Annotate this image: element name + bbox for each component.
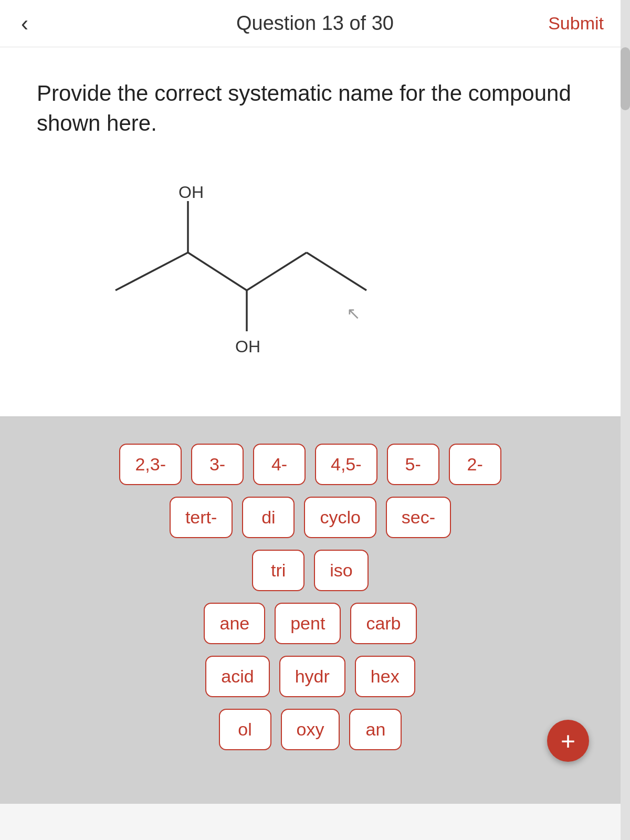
- tile-row-3: tri iso: [32, 550, 589, 591]
- question-progress: Question 13 of 30: [236, 12, 394, 35]
- svg-line-5: [307, 253, 366, 290]
- tile-an[interactable]: an: [349, 709, 402, 750]
- submit-button[interactable]: Submit: [548, 13, 604, 34]
- chemical-structure-area: OH OH ↖: [37, 164, 584, 395]
- plus-button[interactable]: +: [547, 720, 589, 762]
- svg-text:OH: OH: [235, 337, 260, 356]
- tile-ol[interactable]: ol: [219, 709, 271, 750]
- tile-row-6: ol oxy an: [32, 709, 589, 750]
- tile-cyclo[interactable]: cyclo: [304, 497, 376, 538]
- tile-hex[interactable]: hex: [355, 656, 415, 697]
- tile-acid[interactable]: acid: [205, 656, 269, 697]
- svg-text:↖: ↖: [346, 304, 361, 323]
- scrollbar[interactable]: [621, 0, 630, 840]
- tile-tri[interactable]: tri: [252, 550, 304, 591]
- tile-4-5[interactable]: 4,5-: [315, 444, 377, 485]
- tile-row-5: acid hydr hex: [32, 656, 589, 697]
- svg-line-4: [247, 253, 307, 290]
- tile-tert[interactable]: tert-: [170, 497, 233, 538]
- tile-2[interactable]: 2-: [449, 444, 501, 485]
- tile-iso[interactable]: iso: [314, 550, 368, 591]
- question-text: Provide the correct systematic name for …: [37, 79, 584, 138]
- tile-row-2: tert- di cyclo sec-: [32, 497, 589, 538]
- tile-sec[interactable]: sec-: [386, 497, 451, 538]
- back-button[interactable]: ‹: [21, 11, 28, 36]
- svg-line-3: [188, 253, 247, 290]
- tile-di[interactable]: di: [242, 497, 295, 538]
- tile-row-4: ane pent carb: [32, 603, 589, 644]
- header: ‹ Question 13 of 30 Submit: [0, 0, 630, 47]
- scrollbar-thumb[interactable]: [621, 47, 630, 110]
- tile-3[interactable]: 3-: [191, 444, 244, 485]
- tile-5[interactable]: 5-: [387, 444, 439, 485]
- answer-area: 2,3- 3- 4- 4,5- 5- 2- tert- di cyclo sec…: [0, 417, 621, 804]
- tile-2-3[interactable]: 2,3-: [119, 444, 182, 485]
- chemical-structure-svg: OH OH ↖: [68, 175, 394, 364]
- tile-row-1: 2,3- 3- 4- 4,5- 5- 2-: [32, 444, 589, 485]
- tile-pent[interactable]: pent: [275, 603, 341, 644]
- question-area: Provide the correct systematic name for …: [0, 47, 621, 416]
- svg-line-2: [116, 253, 188, 290]
- tile-hydr[interactable]: hydr: [279, 656, 345, 697]
- tile-4[interactable]: 4-: [253, 444, 306, 485]
- tile-carb[interactable]: carb: [350, 603, 416, 644]
- tile-oxy[interactable]: oxy: [281, 709, 340, 750]
- tile-ane[interactable]: ane: [204, 603, 265, 644]
- svg-text:OH: OH: [178, 183, 204, 202]
